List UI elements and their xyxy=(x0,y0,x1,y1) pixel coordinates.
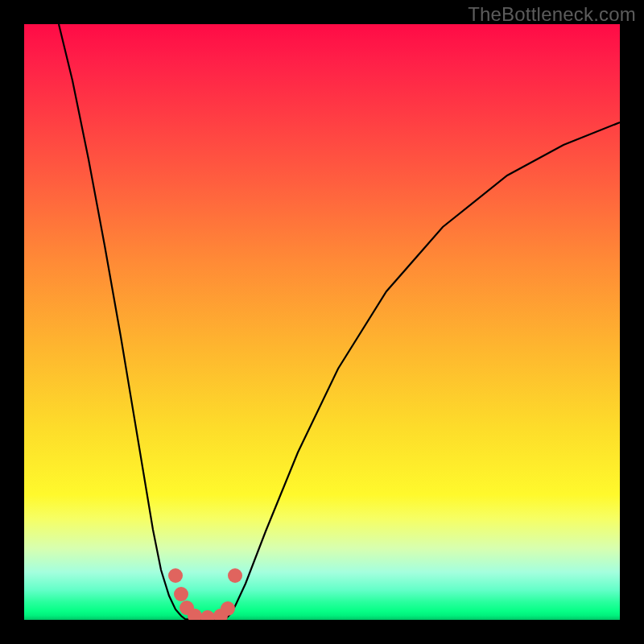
plot-area xyxy=(24,24,620,620)
chart-frame: TheBottleneck.com xyxy=(0,0,644,644)
marker-group xyxy=(168,568,242,620)
data-marker xyxy=(200,610,215,620)
data-marker xyxy=(174,587,188,601)
watermark-text: TheBottleneck.com xyxy=(468,3,636,26)
curve-group xyxy=(59,24,620,620)
data-marker xyxy=(168,568,183,583)
data-marker xyxy=(221,601,235,616)
chart-svg xyxy=(24,24,620,620)
bottleneck-curve xyxy=(59,24,620,620)
data-marker xyxy=(228,568,242,583)
